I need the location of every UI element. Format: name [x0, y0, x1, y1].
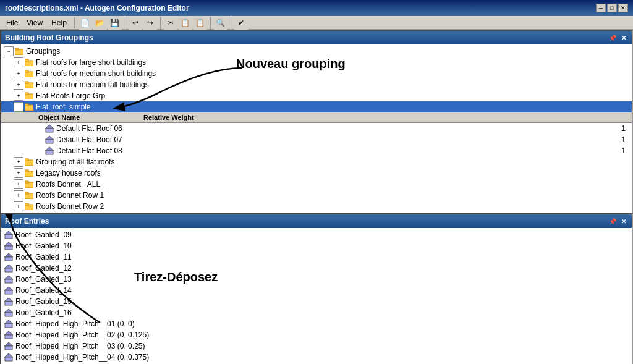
list-item-3-label: Roof_Gabled_12 — [15, 264, 72, 273]
toolbar-confirm[interactable]: ✔ — [234, 16, 248, 30]
close-button[interactable]: ✕ — [618, 4, 628, 12]
group7-label: Legacy house roofs — [36, 169, 631, 177]
list-item-3[interactable]: Roof_Gabled_12 — [1, 263, 632, 274]
menu-help[interactable]: Help — [48, 17, 70, 28]
main-content: Building Roof Groupings 📌 ✕ − Groupings … — [0, 30, 633, 347]
list-item-10[interactable]: Roof_Hipped_High_Pitch__03 (0, 0.25) — [1, 341, 632, 352]
title-bar-buttons: ─ □ ✕ — [596, 4, 628, 12]
list-item-11-label: Roof_Hipped_High_Pitch__04 (0, 0.375) — [15, 353, 149, 362]
toolbar-cut[interactable]: ✂ — [164, 16, 177, 30]
svg-rect-42 — [5, 302, 12, 305]
tree-root-groupings[interactable]: − Groupings — [1, 46, 632, 57]
toggle-groupings[interactable]: − — [4, 46, 14, 56]
svg-rect-52 — [5, 357, 12, 361]
menu-view[interactable]: View — [23, 17, 46, 28]
toggle-group9[interactable]: + — [14, 190, 23, 200]
tree-entry-3[interactable]: Default Flat Roof 08 1 — [1, 145, 632, 156]
toggle-group2[interactable]: + — [14, 69, 23, 78]
minimize-button[interactable]: ─ — [596, 4, 606, 12]
tree-item-group3[interactable]: + Flat roofs for medium tall buildings — [1, 79, 632, 90]
list-item-1-label: Roof_Gabled_10 — [15, 242, 72, 250]
top-panel-close[interactable]: ✕ — [619, 35, 628, 41]
list-item-0[interactable]: Roof_Gabled_09 — [1, 229, 632, 240]
entry3-label: Default Flat Roof 08 — [56, 146, 612, 155]
group2-folder-icon — [24, 69, 34, 78]
svg-marker-33 — [4, 253, 13, 257]
bottom-panel-close[interactable]: ✕ — [619, 218, 628, 225]
toggle-group5[interactable]: − — [14, 102, 23, 112]
list-item-7[interactable]: Roof_Gabled_16 — [1, 307, 632, 318]
toolbar-sep-4 — [231, 17, 231, 29]
list-item-9-label: Roof_Hipped_High_Pitch__02 (0, 0.125) — [15, 331, 149, 339]
group4-label: Flat Roofs Large Grp — [36, 91, 631, 100]
bottom-panel-title: Roof Entries — [5, 217, 49, 226]
list-item-2-label: Roof_Gabled_11 — [15, 253, 72, 261]
toolbar-redo[interactable]: ↪ — [143, 16, 157, 30]
svg-marker-29 — [4, 231, 13, 235]
top-panel-pin[interactable]: 📌 — [607, 35, 618, 41]
toggle-group6[interactable]: + — [14, 157, 23, 167]
entry2-label: Default Flat Roof 07 — [56, 135, 612, 144]
svg-rect-7 — [25, 82, 28, 83]
svg-rect-15 — [46, 140, 53, 143]
list-item-5[interactable]: Roof_Gabled_14 — [1, 285, 632, 296]
tree-item-group10[interactable]: + Roofs Bonnet Row 2 — [1, 201, 632, 212]
tree-entry-1[interactable]: Default Flat Roof 06 1 — [1, 123, 632, 134]
window-title: roofdescriptions.xml - Autogen Configura… — [5, 4, 189, 12]
group3-label: Flat roofs for medium tall buildings — [36, 80, 631, 89]
svg-rect-11 — [25, 104, 28, 106]
list-item-7-icon — [4, 308, 14, 318]
svg-rect-38 — [5, 279, 12, 283]
toolbar-save[interactable]: 💾 — [108, 16, 122, 30]
list-item-1[interactable]: Roof_Gabled_10 — [1, 240, 632, 252]
toggle-group4[interactable]: + — [14, 91, 23, 101]
toolbar-find[interactable]: 🔍 — [214, 16, 227, 30]
svg-marker-12 — [45, 125, 54, 129]
tree-item-group6[interactable]: + Grouping of all flat roofs — [1, 156, 632, 167]
toggle-group7[interactable]: + — [14, 168, 23, 178]
toggle-group8[interactable]: + — [14, 179, 23, 189]
toolbar-open[interactable]: 📂 — [93, 16, 107, 30]
tree-item-group9[interactable]: + Roofs Bonnet Row 1 — [1, 190, 632, 201]
toggle-group10[interactable]: + — [14, 201, 23, 211]
tree-entry-2[interactable]: Default Flat Roof 07 1 — [1, 134, 632, 145]
list-item-6[interactable]: Roof_Gabled_15 — [1, 296, 632, 307]
list-item-4[interactable]: Roof_Gabled_13 — [1, 274, 632, 285]
svg-rect-17 — [46, 151, 53, 154]
svg-marker-14 — [45, 136, 54, 140]
groupings-tree[interactable]: − Groupings + Flat roofs for large short… — [1, 44, 632, 213]
svg-rect-50 — [5, 346, 12, 350]
list-item-8[interactable]: Roof_Hipped_High_Pitch__01 (0, 0) — [1, 318, 632, 329]
entry-column-headers: Object Name Relative Weight — [1, 112, 632, 123]
group6-label: Grouping of all flat roofs — [36, 158, 631, 166]
bottom-panel-pin[interactable]: 📌 — [607, 218, 618, 225]
tree-item-group4[interactable]: + Flat Roofs Large Grp — [1, 90, 632, 101]
list-item-2[interactable]: Roof_Gabled_11 — [1, 252, 632, 263]
tree-item-group1[interactable]: + Flat roofs for large short buildings — [1, 57, 632, 68]
tree-item-group7[interactable]: + Legacy house roofs — [1, 167, 632, 179]
tree-item-group5[interactable]: − Flat_roof_simple — [1, 101, 632, 112]
toolbar-sep-3 — [210, 17, 211, 29]
list-item-9[interactable]: Roof_Hipped_High_Pitch__02 (0, 0.125) — [1, 329, 632, 341]
svg-marker-47 — [4, 331, 13, 335]
toolbar-undo[interactable]: ↩ — [129, 16, 142, 30]
svg-marker-35 — [4, 265, 13, 268]
toggle-group3[interactable]: + — [14, 80, 23, 90]
toolbar-new[interactable]: 📄 — [79, 16, 92, 30]
svg-rect-21 — [25, 170, 28, 172]
entry3-weight: 1 — [612, 146, 631, 155]
roof-entries-list[interactable]: Roof_Gabled_09 Roof_Gabled_10 Roof_Gable… — [1, 228, 632, 364]
tree-item-group8[interactable]: + Roofs Bonnet _ALL_ — [1, 179, 632, 190]
menu-file[interactable]: File — [2, 17, 22, 28]
top-panel-header-buttons: 📌 ✕ — [607, 35, 628, 41]
list-item-11[interactable]: Roof_Hipped_High_Pitch__04 (0, 0.375) — [1, 352, 632, 363]
svg-rect-13 — [46, 129, 53, 132]
list-item-11-icon — [4, 352, 14, 362]
building-roof-groupings-panel: Building Roof Groupings 📌 ✕ − Groupings … — [0, 30, 633, 213]
toolbar-copy[interactable]: 📋 — [179, 16, 192, 30]
svg-rect-9 — [25, 93, 28, 95]
maximize-button[interactable]: □ — [607, 4, 617, 12]
toolbar-paste[interactable]: 📋 — [193, 16, 207, 30]
toggle-group1[interactable]: + — [14, 57, 23, 67]
tree-item-group2[interactable]: + Flat roofs for medium short buildings — [1, 68, 632, 79]
